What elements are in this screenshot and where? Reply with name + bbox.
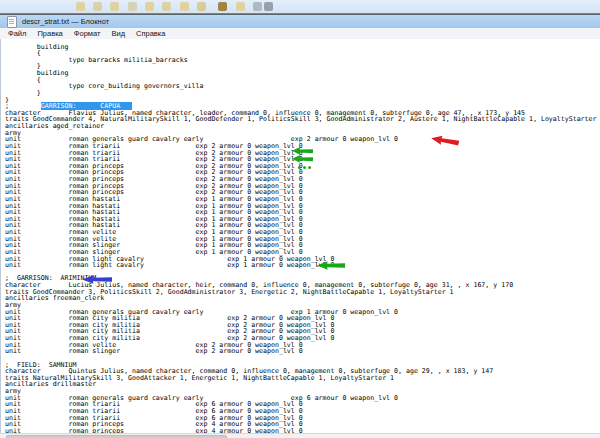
editor-line: type barracks militia_barracks <box>5 57 600 64</box>
editor-line: } <box>5 63 600 70</box>
background-toolbar-icon <box>180 2 189 11</box>
editor-line: ancillaries freeman_clerk <box>5 295 600 302</box>
menu-item-help[interactable]: Справка <box>132 29 169 38</box>
text-editor[interactable]: building { type barracks militia_barrack… <box>0 39 600 438</box>
menu-item-view[interactable]: Вид <box>107 29 129 38</box>
screen: descr_strat.txt — Блокнот Файл Правка Фо… <box>0 0 600 438</box>
editor-line: unit roman slinger exp 2 armour 0 weapon… <box>5 348 600 355</box>
titlebar[interactable]: descr_strat.txt — Блокнот <box>0 15 600 28</box>
editor-line: building <box>5 44 600 51</box>
editor-line: building <box>5 70 600 77</box>
notepad-window: descr_strat.txt — Блокнот Файл Правка Фо… <box>0 13 600 438</box>
background-toolbar-icon <box>253 2 262 11</box>
editor-lines: building { type barracks militia_barrack… <box>5 44 600 435</box>
background-toolbar-icon <box>218 2 227 11</box>
background-toolbar-icon <box>264 2 273 11</box>
background-toolbar-icon <box>128 2 137 11</box>
background-toolbar-icon <box>110 2 119 11</box>
background-toolbar-icon <box>93 2 102 11</box>
background-toolbar-icon <box>145 2 154 11</box>
background-window <box>0 0 600 13</box>
editor-line <box>5 355 600 362</box>
editor-line: unit roman light cavalry exp 1 armour 0 … <box>5 262 600 269</box>
background-toolbar-icon <box>236 2 245 11</box>
notepad-icon <box>7 16 17 28</box>
background-toolbar-icon <box>76 2 85 11</box>
editor-line: ancillaries drillmaster <box>5 381 600 388</box>
editor-line: ancillaries aged_retainer <box>5 123 600 130</box>
menu-item-format[interactable]: Формат <box>70 29 105 38</box>
editor-line: type core_building governors_villa <box>5 83 600 90</box>
window-title: descr_strat.txt — Блокнот <box>22 17 109 26</box>
menubar: Файл Правка Формат Вид Справка <box>0 28 600 39</box>
background-toolbar-icon <box>197 2 206 11</box>
menu-item-file[interactable]: Файл <box>4 29 30 38</box>
horizontal-scrollbar[interactable] <box>0 433 600 438</box>
editor-line: } <box>5 90 600 97</box>
background-toolbar-icon <box>162 2 171 11</box>
menu-item-edit[interactable]: Правка <box>33 29 66 38</box>
